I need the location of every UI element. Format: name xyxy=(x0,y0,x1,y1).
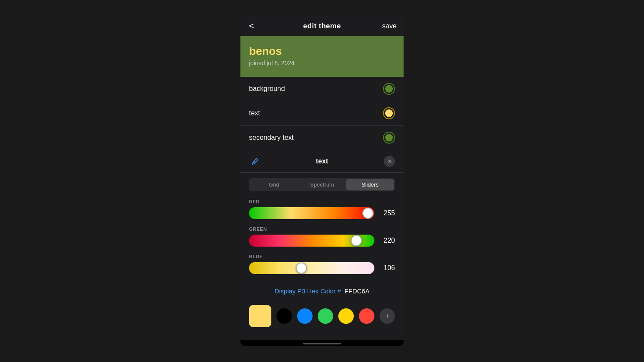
preview-joined: joined jul 8, 2024 xyxy=(249,60,395,66)
color-option-background[interactable]: background xyxy=(240,77,404,101)
picker-close-button[interactable]: ✕ xyxy=(384,156,395,167)
slider-group-red: RED 255 xyxy=(249,199,395,220)
slider-group-blue: BLUE 106 xyxy=(249,254,395,275)
save-button[interactable]: save xyxy=(382,22,395,30)
slider-thumb-red[interactable] xyxy=(362,208,374,219)
tab-spectrum[interactable]: Spectrum xyxy=(298,179,346,190)
back-button[interactable]: < xyxy=(249,21,262,31)
picker-header: text ✕ xyxy=(240,150,404,173)
picker-title: text xyxy=(316,157,328,165)
hex-label[interactable]: Display P3 Hex Color # xyxy=(274,287,341,295)
slider-row-green: 220 xyxy=(249,234,395,247)
slider-track-container-blue[interactable] xyxy=(249,262,374,275)
home-bar xyxy=(303,343,341,344)
color-option-secondary-text[interactable]: secondary text xyxy=(240,126,404,150)
color-option-text-label: text xyxy=(249,109,260,117)
hex-value: FFDC6A xyxy=(344,287,369,295)
swatch-selected xyxy=(249,305,271,327)
swatch-yellow[interactable] xyxy=(338,308,354,324)
slider-label-blue: BLUE xyxy=(249,254,395,259)
eyedropper-button[interactable] xyxy=(249,155,261,167)
slider-value-blue: 106 xyxy=(379,264,395,272)
preview-card: benos joined jul 8, 2024 xyxy=(240,36,404,77)
app-container: < edit theme save benos joined jul 8, 20… xyxy=(240,16,404,346)
color-option-text[interactable]: text xyxy=(240,101,404,126)
color-options-list: background text secondary text xyxy=(240,77,404,150)
color-picker-panel: text ✕ Grid Spectrum Sliders RED 255 xyxy=(240,150,404,340)
plus-icon: + xyxy=(385,311,390,321)
slider-value-green: 220 xyxy=(379,237,395,244)
color-indicator-secondary-text xyxy=(383,132,395,144)
slider-track-container-green[interactable] xyxy=(249,234,374,247)
swatch-blue[interactable] xyxy=(297,308,313,324)
swatch-red[interactable] xyxy=(359,308,374,324)
tab-grid[interactable]: Grid xyxy=(250,179,298,190)
swatches-row: + xyxy=(240,301,404,332)
swatch-green[interactable] xyxy=(318,308,333,324)
slider-track-container-red[interactable] xyxy=(249,207,374,220)
tab-sliders[interactable]: Sliders xyxy=(346,179,394,190)
color-option-background-label: background xyxy=(249,85,285,93)
slider-row-blue: 106 xyxy=(249,262,395,275)
slider-group-green: GREEN 220 xyxy=(249,226,395,247)
slider-value-red: 255 xyxy=(379,209,395,217)
page-title: edit theme xyxy=(303,22,341,30)
slider-track-red xyxy=(249,207,374,219)
slider-track-blue xyxy=(249,262,374,274)
hex-display: Display P3 Hex Color # FFDC6A xyxy=(240,284,404,301)
header: < edit theme save xyxy=(240,16,404,36)
slider-label-red: RED xyxy=(249,199,395,204)
slider-thumb-green[interactable] xyxy=(351,235,362,246)
color-option-secondary-text-label: secondary text xyxy=(249,134,294,142)
swatch-black[interactable] xyxy=(276,308,292,324)
preview-username: benos xyxy=(249,45,395,58)
slider-row-red: 255 xyxy=(249,207,395,220)
slider-thumb-blue[interactable] xyxy=(296,262,307,274)
home-indicator xyxy=(240,340,404,346)
add-swatch-button[interactable]: + xyxy=(380,308,395,324)
color-indicator-text xyxy=(383,107,395,119)
slider-track-green xyxy=(249,235,374,247)
sliders-container: RED 255 GREEN xyxy=(240,196,404,284)
color-indicator-background xyxy=(383,83,395,95)
picker-tabs: Grid Spectrum Sliders xyxy=(249,178,395,191)
slider-label-green: GREEN xyxy=(249,226,395,232)
